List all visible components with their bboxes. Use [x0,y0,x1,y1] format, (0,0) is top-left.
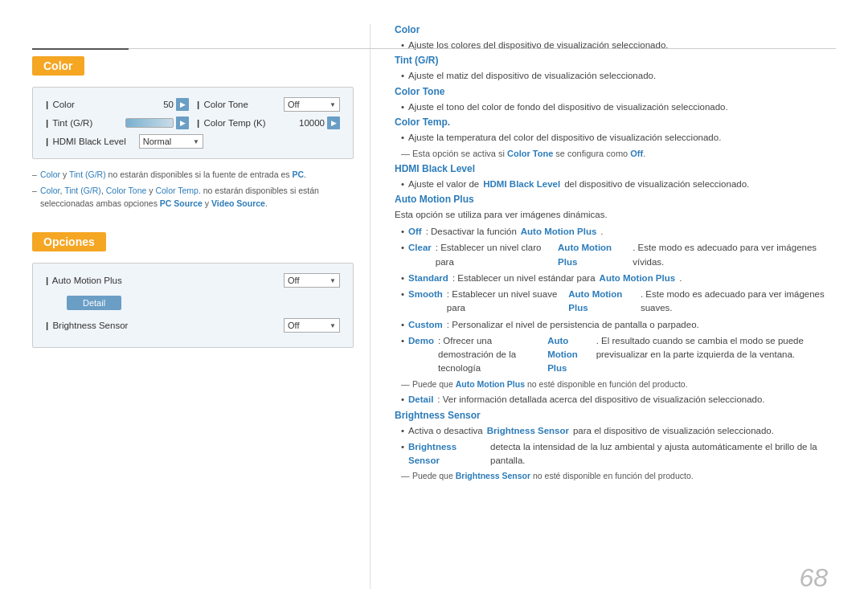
tint-label: | Tint (G/R) [46,118,92,128]
left-column: Color | Color 50 ▶ | Color Tone [32,24,370,589]
color-value: 50 [158,100,174,109]
hdmi-black-level-row: | HDMI Black Level Normal ▼ [46,134,340,149]
color-temp-value: 10000 [299,118,325,128]
right-auto-motion-note-1: Puede que Auto Motion Plus no esté dispo… [401,378,836,391]
right-color-temp-bullet-1: Ajuste la temperatura del color del disp… [395,131,836,145]
right-auto-motion-title: Auto Motion Plus [395,194,836,205]
color-tone-value: Off [288,100,299,109]
right-hdmi-bullet-1: Ajuste el valor de HDMI Black Level del … [395,178,836,191]
right-tint-title: Tint (G/R) [395,55,836,66]
color-label: | Color [46,100,75,109]
top-line [32,48,836,49]
brightness-sensor-label: | Brightness Sensor [46,321,128,330]
auto-motion-arrow: ▼ [330,277,336,284]
tint-arrow-btn[interactable]: ▶ [176,116,189,129]
right-column: Color Ajuste los colores del dispositivo… [370,24,836,589]
color-section-title: Color [32,56,84,76]
auto-motion-label: | Auto Motion Plus [46,276,122,285]
color-arrow-btn[interactable]: ▶ [176,98,189,111]
hdmi-black-label: | HDMI Black Level [46,137,126,146]
tint-slider[interactable] [125,118,174,128]
right-color-temp-section: Color Temp. Ajuste la temperatura del co… [395,116,836,161]
page-number: 68 [799,563,828,593]
color-tone-label: | Color Tone [197,100,248,109]
color-temp-control: 10000 ▶ [299,116,340,129]
color-tone-setting-row: | Color Tone Off ▼ [197,97,340,112]
right-brightness-section: Brightness Sensor Activa o desactiva Bri… [395,410,836,484]
hdmi-black-value: Normal [143,137,171,146]
right-auto-motion-bullet-custom: Custom: Personalizar el nivel de persist… [395,318,836,332]
color-setting-row: | Color 50 ▶ [46,97,189,112]
opciones-settings-box: | Auto Motion Plus Off ▼ Detail | Bright… [32,263,354,348]
right-tint-bullet-1: Ajuste el matiz del dispositivo de visua… [395,69,836,83]
color-temp-arrow-btn[interactable]: ▶ [327,116,340,129]
color-temp-setting-row: | Color Temp (K) 10000 ▶ [197,116,340,129]
right-color-tone-section: Color Tone Ajuste el tono del color de f… [395,86,836,114]
right-hdmi-title: HDMI Black Level [395,163,836,174]
detail-button[interactable]: Detail [67,296,121,310]
hdmi-black-arrow: ▼ [193,138,199,145]
right-auto-motion-bullet-standard: Standard: Establecer un nivel estándar p… [395,272,836,285]
right-color-tone-title: Color Tone [395,86,836,97]
right-brightness-note: Puede que Brightness Sensor no esté disp… [401,470,836,483]
brightness-sensor-value: Off [288,321,299,330]
right-auto-motion-bullet-off: Off: Desactivar la función Auto Motion P… [395,225,836,239]
right-color-bullet-1: Ajuste los colores del dispositivo de vi… [395,39,836,52]
detail-btn-container: Detail [46,292,340,313]
color-note-2: Color, Tint (G/R), Color Tone y Color Te… [32,185,354,210]
auto-motion-row: | Auto Motion Plus Off ▼ [46,273,340,288]
tint-setting-row: | Tint (G/R) ▶ [46,116,189,129]
right-hdmi-section: HDMI Black Level Ajuste el valor de HDMI… [395,163,836,191]
color-note-1: Color y Tint (G/R) no estarán disponible… [32,169,354,182]
color-tone-select[interactable]: Off ▼ [284,97,340,112]
right-auto-motion-intro: Esta opción se utiliza para ver imágenes… [395,208,836,222]
right-color-temp-note: Esta opción se activa si Color Tone se c… [401,147,836,161]
color-settings-box: | Color 50 ▶ | Color Tone Off ▼ [32,87,354,159]
right-auto-motion-section: Auto Motion Plus Esta opción se utiliza … [395,194,836,407]
right-brightness-bullet-1: Activa o desactiva Brightness Sensor par… [395,424,836,438]
brightness-sensor-select[interactable]: Off ▼ [284,318,340,333]
right-tint-section: Tint (G/R) Ajuste el matiz del dispositi… [395,55,836,83]
auto-motion-value: Off [288,276,299,285]
color-tone-arrow: ▼ [330,101,336,108]
color-control: 50 ▶ [158,98,189,111]
opciones-section-title: Opciones [32,232,106,251]
auto-motion-select[interactable]: Off ▼ [284,273,340,288]
right-auto-motion-bullet-clear: Clear: Establecer un nivel claro para Au… [395,241,836,269]
right-brightness-title: Brightness Sensor [395,410,836,421]
color-notes: Color y Tint (G/R) no estarán disponible… [32,169,354,210]
right-auto-motion-bullet-demo: Demo: Ofrecer una demostración de la tec… [395,334,836,376]
tint-control: ▶ [125,116,189,129]
right-color-temp-title: Color Temp. [395,116,836,128]
top-line-accent [32,48,129,50]
right-brightness-bullet-2: Brightness Sensor detecta la intensidad … [395,440,836,468]
right-auto-motion-bullet-smooth: Smooth: Establecer un nivel suave para A… [395,288,836,316]
hdmi-black-select[interactable]: Normal ▼ [139,134,203,149]
right-color-title: Color [395,24,836,35]
right-color-tone-bullet-1: Ajuste el tono del color de fondo del di… [395,100,836,114]
right-auto-motion-bullet-detail: Detail: Ver información detallada acerca… [395,393,836,407]
color-temp-label: | Color Temp (K) [197,118,266,128]
brightness-sensor-arrow: ▼ [330,322,336,329]
brightness-sensor-row: | Brightness Sensor Off ▼ [46,318,340,333]
